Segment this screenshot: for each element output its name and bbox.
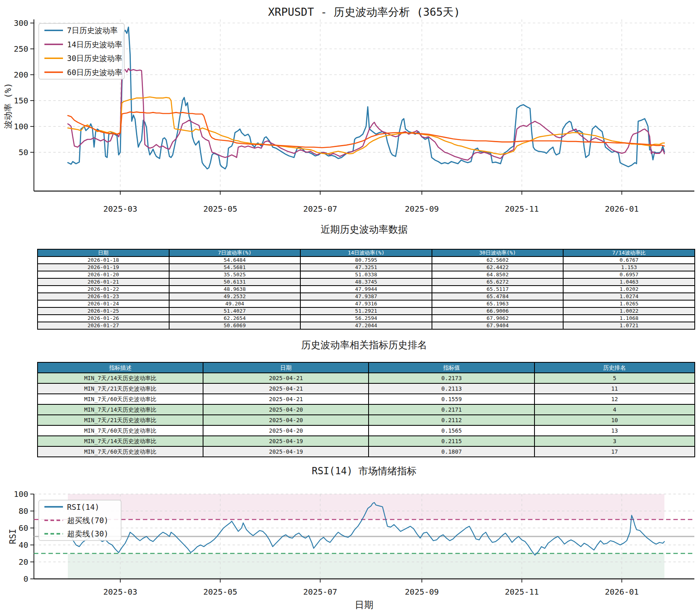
- rsi-x-axis-label: 日期: [34, 599, 694, 611]
- table-cell: 1.153: [563, 264, 695, 271]
- ranking-section-title: 历史波动率相关指标历史排名: [34, 339, 694, 351]
- table-cell: 1.1068: [563, 315, 695, 322]
- table-cell: 2025-04-19: [203, 446, 369, 457]
- y-tick-label: 40: [19, 540, 28, 550]
- table-row: MIN_7天/60天历史波动率比2025-04-200.156513: [38, 425, 695, 436]
- table-row: MIN_7天/60天历史波动率比2025-04-210.155912: [38, 394, 695, 404]
- table-cell: 0.6767: [563, 257, 695, 264]
- y-tick-label: 200: [14, 70, 28, 80]
- table-cell: 47.9387: [300, 293, 432, 300]
- legend-label: 30日历史波动率: [67, 54, 122, 63]
- table-cell: 0.2173: [369, 373, 534, 383]
- legend-label: RSI(14): [67, 503, 99, 511]
- table-cell: 47.9316: [300, 300, 432, 307]
- table-cell: 12: [534, 394, 695, 404]
- table-cell: 4: [534, 404, 695, 415]
- table-cell: 0.2115: [369, 436, 534, 446]
- table-cell: 1.0463: [563, 278, 695, 286]
- table-cell: MIN_7天/60天历史波动率比: [38, 446, 203, 457]
- y-tick-label: 50: [19, 147, 28, 157]
- table-cell: 50.6069: [169, 322, 301, 329]
- volatility-chart: 2025-032025-052025-072025-092025-112026-…: [14, 18, 694, 214]
- table-cell: 62.2654: [169, 315, 301, 322]
- table-cell: 2025-04-20: [203, 404, 369, 415]
- table-cell: 51.0338: [300, 271, 432, 278]
- rsi-y-axis-label: RSI: [8, 516, 18, 557]
- table-cell: 0.1565: [369, 425, 534, 436]
- volatility-analysis-figure: 2025-032025-052025-072025-092025-112026-…: [0, 0, 700, 612]
- table-cell: 62.5602: [432, 257, 564, 264]
- table-row: MIN_7天/14天历史波动率比2025-04-200.21714: [38, 404, 695, 415]
- x-tick-label: 2026-01: [605, 204, 639, 214]
- table-row: MIN_7天/14天历史波动率比2025-04-190.21153: [38, 436, 695, 446]
- table-cell: 1.0721: [563, 322, 695, 329]
- table-cell: 1.0022: [563, 307, 695, 315]
- table-row: 2026-01-2662.265456.259467.90621.1068: [38, 315, 695, 322]
- column-header: 14日波动率(%): [300, 249, 432, 257]
- table-row: MIN_7天/21天历史波动率比2025-04-200.211210: [38, 415, 695, 425]
- table-cell: 35.5025: [169, 271, 301, 278]
- table-cell: MIN_7天/60天历史波动率比: [38, 425, 203, 436]
- indicator-ranking-table: 指标描述日期指标值历史排名MIN_7天/14天历史波动率比2025-04-210…: [37, 362, 695, 457]
- y-tick-label: 300: [14, 18, 28, 28]
- table-row: 2026-01-2248.963847.994465.51171.0202: [38, 286, 695, 293]
- legend: 7日历史波动率14日历史波动率30日历史波动率60日历史波动率: [39, 23, 124, 79]
- table-cell: 2026-01-25: [38, 307, 169, 315]
- x-tick-label: 2025-09: [405, 587, 439, 597]
- table-cell: 0.6957: [563, 271, 695, 278]
- table-cell: 49.2532: [169, 293, 301, 300]
- table-row: 2026-01-2551.402751.292166.90061.0022: [38, 307, 695, 315]
- legend-label: 14日历史波动率: [67, 40, 122, 49]
- table-cell: 0.2171: [369, 404, 534, 415]
- table-row: 2026-01-1954.568147.325162.44221.153: [38, 264, 695, 271]
- table-cell: 65.4784: [432, 293, 564, 300]
- table-cell: 64.8502: [432, 271, 564, 278]
- table-cell: 67.9404: [432, 322, 564, 329]
- table-cell: 1.0274: [563, 293, 695, 300]
- table-cell: 49.204: [169, 300, 301, 307]
- table-cell: 62.4422: [432, 264, 564, 271]
- x-tick-label: 2026-01: [605, 587, 639, 597]
- table-cell: 48.3745: [300, 278, 432, 286]
- x-tick-label: 2025-05: [203, 204, 237, 214]
- header-row: 日期7日波动率(%)14日波动率(%)30日波动率(%)7/14波动率比: [38, 249, 695, 257]
- table-cell: 2025-04-20: [203, 425, 369, 436]
- y-tick-label: 150: [14, 96, 28, 105]
- table-cell: MIN_7天/14天历史波动率比: [38, 436, 203, 446]
- table-row: MIN_7天/14天历史波动率比2025-04-210.21735: [38, 373, 695, 383]
- table-cell: 47.9944: [300, 286, 432, 293]
- x-tick-label: 2025-05: [203, 587, 237, 597]
- y-tick-label: 0: [23, 574, 28, 584]
- table-row: MIN_7天/60天历史波动率比2025-04-190.180717: [38, 446, 695, 457]
- table-cell: 0.1559: [369, 394, 534, 404]
- table-row: 2026-01-2449.20447.931665.19631.0265: [38, 300, 695, 307]
- column-header: 指标描述: [38, 362, 203, 373]
- table-cell: 0.1807: [369, 446, 534, 457]
- y-tick-label: 80: [19, 506, 28, 516]
- table-cell: 11: [534, 383, 695, 394]
- legend: RSI(14)超买线(70)超卖线(30): [39, 500, 121, 540]
- table-row: 2026-01-2150.613148.374565.62721.0463: [38, 278, 695, 286]
- column-header: 30日波动率(%): [432, 249, 564, 257]
- table-cell: 2025-04-21: [203, 383, 369, 394]
- x-tick-label: 2025-11: [505, 587, 539, 597]
- table-cell: MIN_7天/60天历史波动率比: [38, 394, 203, 404]
- oversold-band: [68, 553, 664, 579]
- table-row: 2026-01-2035.502551.033864.85020.6957: [38, 271, 695, 278]
- table-cell: 65.5117: [432, 286, 564, 293]
- table-cell: 51.4027: [169, 307, 301, 315]
- table-cell: 50.6131: [169, 278, 301, 286]
- column-header: 7日波动率(%): [169, 249, 301, 257]
- column-header: 历史排名: [534, 362, 695, 373]
- table-cell: 2025-04-21: [203, 394, 369, 404]
- table-cell: 2026-01-27: [38, 322, 169, 329]
- x-tick-label: 2025-09: [405, 204, 439, 214]
- rsi-chart: 2025-032025-052025-072025-092025-112026-…: [14, 489, 694, 597]
- table-cell: 54.6484: [169, 257, 301, 264]
- table-cell: 80.7595: [300, 257, 432, 264]
- x-tick-label: 2025-07: [303, 204, 337, 214]
- table-cell: 2026-01-26: [38, 315, 169, 322]
- table-cell: 67.9062: [432, 315, 564, 322]
- rsi-chart-title: RSI(14) 市场情绪指标: [34, 465, 694, 477]
- x-tick-label: 2025-03: [103, 204, 137, 214]
